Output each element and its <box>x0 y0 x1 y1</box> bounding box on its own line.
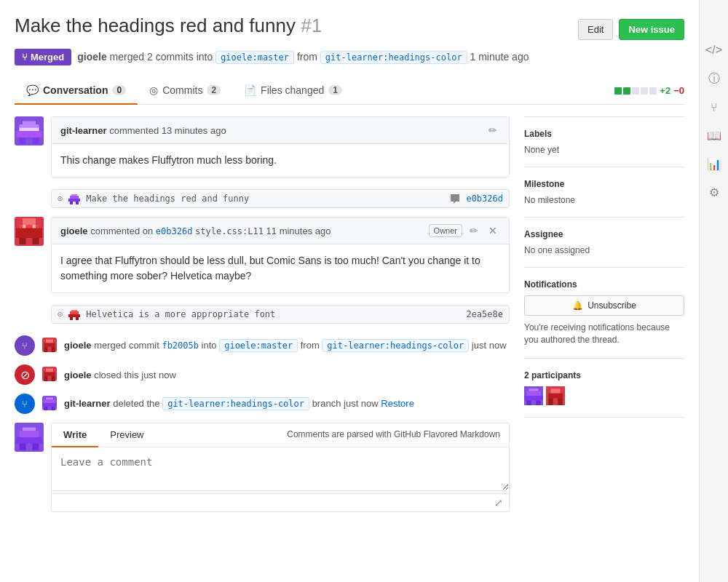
assignee-value: No one assigned <box>524 245 684 255</box>
write-tab-write[interactable]: Write <box>52 423 98 447</box>
tab-files-count: 1 <box>328 85 342 95</box>
write-toolbar: ⤢ <box>52 493 509 511</box>
comment-textarea[interactable] <box>52 447 509 491</box>
comment-header-git-learner: git-learner commented 13 minutes ago ✏ <box>52 117 509 144</box>
write-input-wrapper: ⤢ <box>52 447 509 511</box>
merge-target-branch[interactable]: gioele:master <box>219 339 298 352</box>
svg-rect-0 <box>23 121 36 125</box>
branch-avatar-svg <box>42 396 57 410</box>
participant-2-avatar[interactable] <box>546 386 565 405</box>
branch-event-time: just now <box>344 398 379 409</box>
restore-link[interactable]: Restore <box>381 398 414 409</box>
milestone-value: No milestone <box>524 195 684 205</box>
svg-rect-15 <box>33 238 39 244</box>
comment-close-btn-2[interactable]: ✕ <box>486 223 500 238</box>
svg-rect-12 <box>20 225 39 228</box>
edit-button[interactable]: Edit <box>578 19 613 40</box>
close-event: ⊘ gioele closed this just now <box>15 364 510 385</box>
merge-source-branch[interactable]: git-learner:headings-color <box>322 339 469 352</box>
avatar-git-learner <box>15 116 44 146</box>
tab-commits[interactable]: ◎ Commits 2 <box>138 77 232 105</box>
book-icon[interactable]: 📖 <box>707 129 721 143</box>
git-branch-icon[interactable]: ⑂ <box>711 101 718 114</box>
comment-text-git-learner: This change makes Fluffytron much less b… <box>60 154 277 166</box>
participant-2-svg <box>546 386 565 405</box>
source-branch[interactable]: git-learner:headings-color <box>320 51 467 64</box>
new-issue-button[interactable]: New issue <box>619 19 684 40</box>
svg-rect-9 <box>70 202 73 204</box>
info-icon[interactable]: ⓘ <box>708 71 720 87</box>
svg-rect-29 <box>46 368 53 372</box>
diff-bar-add-2 <box>623 87 630 95</box>
code-icon[interactable]: </> <box>705 44 722 57</box>
comment-meta-git-learner: git-learner commented 13 minutes ago <box>60 125 226 136</box>
svg-rect-45 <box>529 388 539 391</box>
commits-icon: ◎ <box>149 84 158 96</box>
avatar-pixel-git-learner <box>16 118 42 144</box>
unsubscribe-button[interactable]: 🔔 Unsubscribe <box>524 295 684 316</box>
branch-event-branch[interactable]: git-learner:headings-color <box>162 397 309 410</box>
comment-action-git-learner: commented <box>109 125 162 136</box>
comment-box-git-learner: git-learner commented 13 minutes ago ✏ T… <box>51 116 510 178</box>
avatar-write <box>15 423 44 452</box>
diff-additions: +2 <box>660 85 670 96</box>
participants-section: 2 participants <box>524 359 684 418</box>
chat-icon <box>449 193 461 204</box>
svg-rect-49 <box>536 400 541 405</box>
merge-event-user[interactable]: gioele <box>64 340 92 351</box>
write-tab-preview[interactable]: Preview <box>98 423 155 447</box>
comment-edit-btn-1[interactable]: ✏ <box>486 123 500 137</box>
commit-hash-2: 2ea5e8e <box>466 309 503 319</box>
merge-info: gioele merged 2 commits into gioele:mast… <box>77 51 529 64</box>
diff-bar-neutral-3 <box>649 87 657 95</box>
merge-event-avatar <box>42 338 57 354</box>
svg-rect-4 <box>20 137 26 144</box>
markdown-note-text: Comments are parsed with GitHub Flavored… <box>287 429 500 439</box>
comment-author-gioele[interactable]: gioele <box>60 226 88 236</box>
branch-event-user[interactable]: git-learner <box>64 398 111 409</box>
merge-event: ⑂ gioele merged commit fb200 <box>15 335 510 356</box>
svg-rect-8 <box>68 199 80 202</box>
target-branch[interactable]: gioele:master <box>215 51 294 64</box>
participant-1-avatar[interactable] <box>524 386 543 405</box>
comment-gioele: gioele commented on e0b326d style.css:L1… <box>15 217 510 293</box>
svg-rect-48 <box>526 400 531 405</box>
svg-rect-14 <box>20 238 26 244</box>
svg-rect-39 <box>23 428 36 431</box>
merge-event-time: just now <box>472 340 507 351</box>
svg-rect-17 <box>33 225 36 228</box>
close-event-icon: ⊘ <box>15 364 35 385</box>
graph-icon[interactable]: 📊 <box>707 157 721 171</box>
svg-rect-32 <box>52 375 55 381</box>
merge-event-icon: ⑂ <box>15 335 35 356</box>
svg-rect-5 <box>33 137 39 144</box>
svg-rect-34 <box>46 397 53 399</box>
comment-edit-btn-2[interactable]: ✏ <box>467 223 481 238</box>
merge-event-text: gioele merged commit fb2005b into gioele… <box>64 339 507 352</box>
comment-author-git-learner[interactable]: git-learner <box>60 125 107 136</box>
svg-rect-54 <box>558 398 563 405</box>
shield-icon[interactable]: ⚙ <box>709 186 719 199</box>
tab-conversation[interactable]: 💬 Conversation 0 <box>15 77 138 105</box>
expand-icon[interactable]: ⤢ <box>494 497 503 509</box>
milestone-section: Milestone No milestone <box>524 167 684 218</box>
branch-event-avatar <box>42 396 57 412</box>
svg-rect-47 <box>524 396 543 401</box>
tab-commits-count: 2 <box>207 85 221 95</box>
svg-rect-53 <box>548 398 553 405</box>
comment-ref-gioele[interactable]: e0b326d <box>156 226 193 236</box>
svg-rect-11 <box>23 218 36 225</box>
owner-badge: Owner <box>429 224 462 237</box>
title-text: Make the headings red and funny <box>15 15 296 36</box>
tab-conversation-count: 0 <box>112 85 126 95</box>
write-comment-block: Write Preview Comments are parsed with G… <box>15 423 510 512</box>
tab-files-changed[interactable]: 📄 Files changed 1 <box>232 77 354 105</box>
commit-hash-link-1[interactable]: e0b326d <box>466 194 503 204</box>
close-event-user[interactable]: gioele <box>64 370 92 380</box>
merge-commit-hash[interactable]: fb2005b <box>162 340 199 351</box>
avatar-pixel-gioele <box>16 218 42 244</box>
svg-rect-3 <box>16 131 42 137</box>
diff-bar-add-1 <box>614 87 622 95</box>
files-icon: 📄 <box>244 84 256 96</box>
tab-files-label: Files changed <box>261 84 324 96</box>
